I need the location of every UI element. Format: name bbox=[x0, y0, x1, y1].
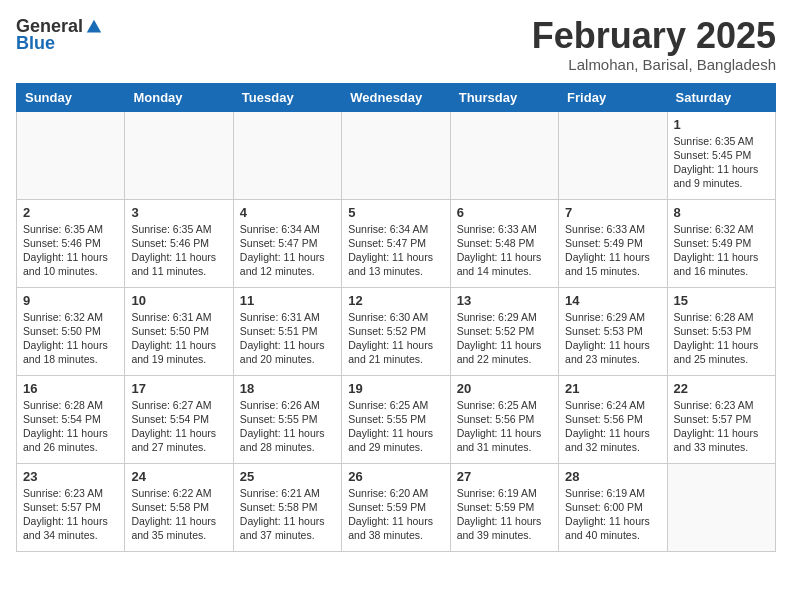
day-info: Sunrise: 6:28 AM Sunset: 5:54 PM Dayligh… bbox=[23, 398, 118, 455]
day-number: 23 bbox=[23, 469, 118, 484]
day-info: Sunrise: 6:32 AM Sunset: 5:50 PM Dayligh… bbox=[23, 310, 118, 367]
day-number: 10 bbox=[131, 293, 226, 308]
day-number: 22 bbox=[674, 381, 769, 396]
calendar-week-row-4: 16Sunrise: 6:28 AM Sunset: 5:54 PM Dayli… bbox=[17, 375, 776, 463]
day-number: 1 bbox=[674, 117, 769, 132]
page-header: General Blue February 2025 Lalmohan, Bar… bbox=[16, 16, 776, 73]
day-number: 9 bbox=[23, 293, 118, 308]
day-info: Sunrise: 6:28 AM Sunset: 5:53 PM Dayligh… bbox=[674, 310, 769, 367]
calendar-cell: 9Sunrise: 6:32 AM Sunset: 5:50 PM Daylig… bbox=[17, 287, 125, 375]
calendar-cell bbox=[559, 111, 667, 199]
day-info: Sunrise: 6:22 AM Sunset: 5:58 PM Dayligh… bbox=[131, 486, 226, 543]
day-number: 7 bbox=[565, 205, 660, 220]
calendar-cell bbox=[342, 111, 450, 199]
weekday-header-monday: Monday bbox=[125, 83, 233, 111]
day-info: Sunrise: 6:21 AM Sunset: 5:58 PM Dayligh… bbox=[240, 486, 335, 543]
calendar-cell: 12Sunrise: 6:30 AM Sunset: 5:52 PM Dayli… bbox=[342, 287, 450, 375]
day-number: 8 bbox=[674, 205, 769, 220]
day-info: Sunrise: 6:35 AM Sunset: 5:46 PM Dayligh… bbox=[23, 222, 118, 279]
calendar-cell: 7Sunrise: 6:33 AM Sunset: 5:49 PM Daylig… bbox=[559, 199, 667, 287]
calendar-week-row-2: 2Sunrise: 6:35 AM Sunset: 5:46 PM Daylig… bbox=[17, 199, 776, 287]
day-info: Sunrise: 6:30 AM Sunset: 5:52 PM Dayligh… bbox=[348, 310, 443, 367]
day-number: 5 bbox=[348, 205, 443, 220]
day-number: 16 bbox=[23, 381, 118, 396]
calendar-cell bbox=[450, 111, 558, 199]
day-number: 13 bbox=[457, 293, 552, 308]
weekday-header-saturday: Saturday bbox=[667, 83, 775, 111]
calendar-cell: 10Sunrise: 6:31 AM Sunset: 5:50 PM Dayli… bbox=[125, 287, 233, 375]
calendar-cell: 24Sunrise: 6:22 AM Sunset: 5:58 PM Dayli… bbox=[125, 463, 233, 551]
day-number: 20 bbox=[457, 381, 552, 396]
calendar-cell bbox=[667, 463, 775, 551]
day-info: Sunrise: 6:35 AM Sunset: 5:45 PM Dayligh… bbox=[674, 134, 769, 191]
calendar-cell bbox=[17, 111, 125, 199]
calendar-cell: 4Sunrise: 6:34 AM Sunset: 5:47 PM Daylig… bbox=[233, 199, 341, 287]
day-number: 28 bbox=[565, 469, 660, 484]
calendar-cell: 2Sunrise: 6:35 AM Sunset: 5:46 PM Daylig… bbox=[17, 199, 125, 287]
calendar-cell: 19Sunrise: 6:25 AM Sunset: 5:55 PM Dayli… bbox=[342, 375, 450, 463]
calendar-cell: 21Sunrise: 6:24 AM Sunset: 5:56 PM Dayli… bbox=[559, 375, 667, 463]
svg-marker-0 bbox=[87, 19, 101, 32]
day-number: 14 bbox=[565, 293, 660, 308]
day-number: 18 bbox=[240, 381, 335, 396]
day-info: Sunrise: 6:25 AM Sunset: 5:56 PM Dayligh… bbox=[457, 398, 552, 455]
day-info: Sunrise: 6:19 AM Sunset: 5:59 PM Dayligh… bbox=[457, 486, 552, 543]
calendar-cell: 25Sunrise: 6:21 AM Sunset: 5:58 PM Dayli… bbox=[233, 463, 341, 551]
weekday-header-row: SundayMondayTuesdayWednesdayThursdayFrid… bbox=[17, 83, 776, 111]
day-number: 3 bbox=[131, 205, 226, 220]
weekday-header-tuesday: Tuesday bbox=[233, 83, 341, 111]
logo-icon bbox=[85, 18, 103, 36]
calendar-cell: 3Sunrise: 6:35 AM Sunset: 5:46 PM Daylig… bbox=[125, 199, 233, 287]
calendar-week-row-3: 9Sunrise: 6:32 AM Sunset: 5:50 PM Daylig… bbox=[17, 287, 776, 375]
day-number: 24 bbox=[131, 469, 226, 484]
day-number: 11 bbox=[240, 293, 335, 308]
day-number: 26 bbox=[348, 469, 443, 484]
day-info: Sunrise: 6:24 AM Sunset: 5:56 PM Dayligh… bbox=[565, 398, 660, 455]
day-info: Sunrise: 6:29 AM Sunset: 5:52 PM Dayligh… bbox=[457, 310, 552, 367]
calendar-cell: 16Sunrise: 6:28 AM Sunset: 5:54 PM Dayli… bbox=[17, 375, 125, 463]
day-info: Sunrise: 6:29 AM Sunset: 5:53 PM Dayligh… bbox=[565, 310, 660, 367]
day-number: 12 bbox=[348, 293, 443, 308]
day-info: Sunrise: 6:19 AM Sunset: 6:00 PM Dayligh… bbox=[565, 486, 660, 543]
day-info: Sunrise: 6:31 AM Sunset: 5:50 PM Dayligh… bbox=[131, 310, 226, 367]
calendar-cell: 18Sunrise: 6:26 AM Sunset: 5:55 PM Dayli… bbox=[233, 375, 341, 463]
day-info: Sunrise: 6:34 AM Sunset: 5:47 PM Dayligh… bbox=[348, 222, 443, 279]
calendar-table: SundayMondayTuesdayWednesdayThursdayFrid… bbox=[16, 83, 776, 552]
calendar-cell: 26Sunrise: 6:20 AM Sunset: 5:59 PM Dayli… bbox=[342, 463, 450, 551]
day-number: 19 bbox=[348, 381, 443, 396]
logo: General Blue bbox=[16, 16, 103, 54]
day-info: Sunrise: 6:32 AM Sunset: 5:49 PM Dayligh… bbox=[674, 222, 769, 279]
calendar-cell: 13Sunrise: 6:29 AM Sunset: 5:52 PM Dayli… bbox=[450, 287, 558, 375]
weekday-header-thursday: Thursday bbox=[450, 83, 558, 111]
day-info: Sunrise: 6:33 AM Sunset: 5:48 PM Dayligh… bbox=[457, 222, 552, 279]
weekday-header-friday: Friday bbox=[559, 83, 667, 111]
calendar-cell: 14Sunrise: 6:29 AM Sunset: 5:53 PM Dayli… bbox=[559, 287, 667, 375]
calendar-cell: 8Sunrise: 6:32 AM Sunset: 5:49 PM Daylig… bbox=[667, 199, 775, 287]
location: Lalmohan, Barisal, Bangladesh bbox=[532, 56, 776, 73]
calendar-cell: 11Sunrise: 6:31 AM Sunset: 5:51 PM Dayli… bbox=[233, 287, 341, 375]
calendar-cell: 6Sunrise: 6:33 AM Sunset: 5:48 PM Daylig… bbox=[450, 199, 558, 287]
calendar-cell: 22Sunrise: 6:23 AM Sunset: 5:57 PM Dayli… bbox=[667, 375, 775, 463]
day-info: Sunrise: 6:35 AM Sunset: 5:46 PM Dayligh… bbox=[131, 222, 226, 279]
day-info: Sunrise: 6:34 AM Sunset: 5:47 PM Dayligh… bbox=[240, 222, 335, 279]
day-number: 15 bbox=[674, 293, 769, 308]
title-block: February 2025 Lalmohan, Barisal, Banglad… bbox=[532, 16, 776, 73]
day-info: Sunrise: 6:23 AM Sunset: 5:57 PM Dayligh… bbox=[23, 486, 118, 543]
day-info: Sunrise: 6:23 AM Sunset: 5:57 PM Dayligh… bbox=[674, 398, 769, 455]
calendar-cell: 5Sunrise: 6:34 AM Sunset: 5:47 PM Daylig… bbox=[342, 199, 450, 287]
calendar-week-row-5: 23Sunrise: 6:23 AM Sunset: 5:57 PM Dayli… bbox=[17, 463, 776, 551]
day-number: 4 bbox=[240, 205, 335, 220]
month-title: February 2025 bbox=[532, 16, 776, 56]
day-number: 27 bbox=[457, 469, 552, 484]
calendar-cell: 1Sunrise: 6:35 AM Sunset: 5:45 PM Daylig… bbox=[667, 111, 775, 199]
calendar-cell: 15Sunrise: 6:28 AM Sunset: 5:53 PM Dayli… bbox=[667, 287, 775, 375]
calendar-cell: 27Sunrise: 6:19 AM Sunset: 5:59 PM Dayli… bbox=[450, 463, 558, 551]
calendar-cell: 20Sunrise: 6:25 AM Sunset: 5:56 PM Dayli… bbox=[450, 375, 558, 463]
calendar-cell: 17Sunrise: 6:27 AM Sunset: 5:54 PM Dayli… bbox=[125, 375, 233, 463]
weekday-header-wednesday: Wednesday bbox=[342, 83, 450, 111]
calendar-cell bbox=[125, 111, 233, 199]
day-number: 25 bbox=[240, 469, 335, 484]
day-info: Sunrise: 6:33 AM Sunset: 5:49 PM Dayligh… bbox=[565, 222, 660, 279]
day-number: 2 bbox=[23, 205, 118, 220]
calendar-week-row-1: 1Sunrise: 6:35 AM Sunset: 5:45 PM Daylig… bbox=[17, 111, 776, 199]
